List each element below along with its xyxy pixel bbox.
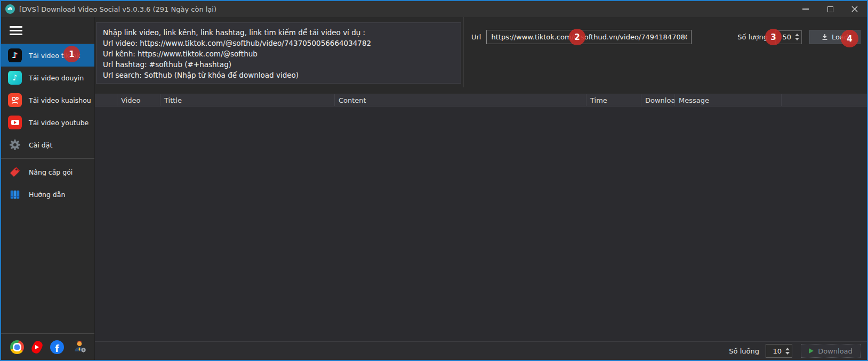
instruction-line: Url kênh: https://www.tiktok.com/@softhu…: [103, 48, 454, 59]
douyin-icon: ♪: [8, 71, 22, 85]
close-button[interactable]: [842, 1, 867, 17]
titlebar: [DVS] Download Video Social v5.0.3.6 (29…: [1, 1, 867, 17]
window-title: [DVS] Download Video Social v5.0.3.6 (29…: [19, 5, 216, 13]
sidebar-item-label: Tải video youtube: [29, 119, 89, 127]
tutorial-badge-1: 1: [63, 46, 80, 62]
threads-label: Số luồng: [729, 347, 759, 355]
sidebar-footer: f: [1, 333, 94, 360]
divider: [1, 158, 94, 159]
instruction-line: Nhập link video, link kênh, link hashtag…: [103, 27, 454, 38]
sidebar-item-settings[interactable]: Cài đặt: [1, 134, 94, 156]
results-table-body: [95, 106, 867, 341]
chevron-up-icon[interactable]: [795, 34, 799, 36]
sidebar-item-douyin[interactable]: ♪ Tải video douyin: [1, 67, 94, 89]
minimize-button[interactable]: [793, 1, 818, 17]
tutorial-badge-3: 3: [765, 29, 782, 45]
instruction-line: Url search: Softhub (Nhập từ khóa để dow…: [103, 70, 454, 80]
instructions-panel: Nhập link video, link kênh, link hashtag…: [95, 17, 464, 87]
main-content: Nhập link video, link kênh, link hashtag…: [95, 17, 867, 360]
play-icon: [809, 348, 814, 354]
menu-toggle-button[interactable]: [1, 17, 94, 44]
sidebar-item-kuaishou[interactable]: Tải video kuaishou: [1, 89, 94, 111]
column-header-tittle: Tittle: [160, 94, 335, 106]
tutorial-badge-2: 2: [569, 29, 585, 45]
guide-books-icon: [8, 187, 22, 201]
quantity-label: Số lượng: [737, 33, 768, 41]
maximize-button[interactable]: [818, 1, 842, 17]
app-window: [DVS] Download Video Social v5.0.3.6 (29…: [0, 0, 868, 361]
column-header-extra: [782, 94, 867, 106]
sidebar-item-tiktok[interactable]: ♪ Tải video tiktok: [1, 44, 94, 67]
column-header-video: Video: [117, 94, 160, 106]
sidebar-item-label: Hướng dẫn: [29, 191, 65, 199]
sidebar: ♪ Tải video tiktok ♪ Tải video douyin: [1, 17, 95, 360]
download-arrow-icon: [822, 34, 828, 40]
column-header-index: [95, 94, 117, 106]
column-header-content: Content: [335, 94, 586, 106]
chevron-down-icon[interactable]: [795, 38, 799, 40]
sidebar-item-label: Cài đặt: [29, 141, 52, 149]
results-table-header: Video Tittle Content Time Download Messa…: [95, 94, 867, 106]
support-agent-icon[interactable]: [73, 339, 86, 355]
sidebar-item-guide[interactable]: Hướng dẫn: [1, 183, 94, 206]
stepper-arrows[interactable]: [793, 31, 801, 44]
sidebar-item-label: Nâng cấp gói: [29, 168, 73, 176]
settings-gear-icon: [8, 138, 22, 152]
sidebar-item-label: Tải video douyin: [29, 74, 84, 82]
column-header-message: Message: [675, 94, 782, 106]
app-logo-icon: [5, 4, 15, 14]
instruction-line: Url hashtag: #softhub (#+hashtag): [103, 59, 454, 70]
chrome-icon[interactable]: [10, 340, 24, 354]
upgrade-tag-icon: [8, 165, 22, 179]
youtube-shorts-icon[interactable]: [30, 339, 44, 355]
download-button-label: Download: [818, 347, 853, 355]
url-input[interactable]: [486, 30, 692, 44]
download-button[interactable]: Download: [801, 344, 861, 358]
chevron-up-icon[interactable]: [785, 348, 790, 350]
sidebar-item-label: Tải video kuaishou: [29, 96, 91, 104]
chevron-down-icon[interactable]: [785, 352, 790, 355]
youtube-icon: [8, 116, 22, 129]
stepper-arrows[interactable]: [783, 344, 792, 357]
kuaishou-icon: [8, 93, 22, 107]
threads-stepper: [766, 344, 792, 358]
url-label: Url: [471, 33, 481, 41]
instructions-box: Nhập link video, link kênh, link hashtag…: [96, 22, 461, 84]
facebook-icon[interactable]: f: [50, 340, 64, 354]
sidebar-item-upgrade[interactable]: Nâng cấp gói: [1, 161, 94, 183]
sidebar-item-youtube[interactable]: Tải video youtube: [1, 111, 94, 134]
bottom-bar: Số luồng Download: [95, 341, 867, 360]
tiktok-icon: ♪: [8, 48, 22, 62]
column-header-download: Download: [641, 94, 675, 106]
column-header-time: Time: [586, 94, 641, 106]
instruction-line: Url video: https://www.tiktok.com/@softh…: [103, 38, 454, 48]
threads-input[interactable]: [766, 344, 783, 357]
tutorial-badge-4: 4: [841, 30, 858, 47]
url-panel: Url Số lượng: [464, 17, 867, 87]
window-controls: [793, 1, 867, 17]
